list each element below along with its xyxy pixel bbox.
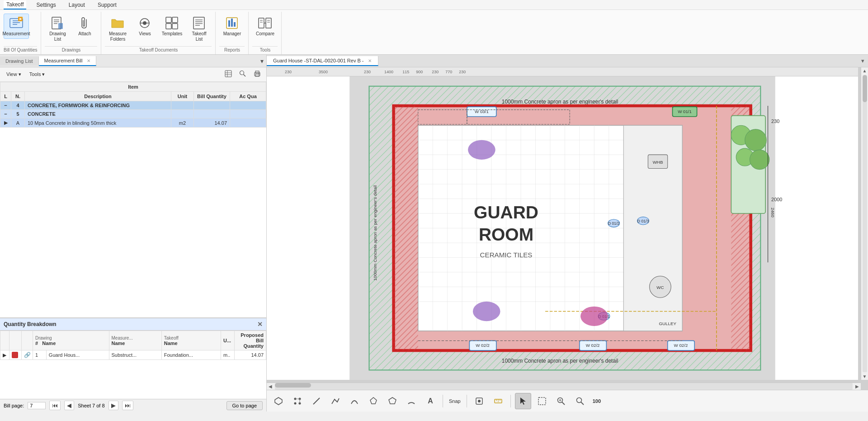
- ruler-dim-230c: 230: [432, 70, 439, 74]
- polygon-tool[interactable]: [365, 393, 382, 409]
- print-icon[interactable]: [252, 69, 263, 80]
- scroll-up-btn[interactable]: ▲: [861, 67, 868, 74]
- table-view-icon[interactable]: [223, 69, 234, 80]
- go-to-page-button[interactable]: Go to page: [226, 401, 263, 410]
- bill-page-input[interactable]: [28, 402, 46, 409]
- polyline-tool[interactable]: [327, 393, 344, 409]
- svg-marker-93: [389, 397, 396, 404]
- dim-2000-right: 2000: [771, 197, 782, 202]
- ribbon-btn-measurement[interactable]: Measurement: [4, 14, 29, 39]
- qty-row-expand[interactable]: ▶: [0, 350, 9, 360]
- bill-table: Item L N. Description Unit Bill Quantity…: [0, 82, 266, 128]
- window-W022-3-label: W 02/2: [674, 343, 688, 348]
- apron-text-top: 1000mm Concrete apron as per engineer's …: [502, 99, 618, 105]
- qty-table-row[interactable]: ▶ 🔗 1 Guard Hous... Substruct... Foundat…: [0, 350, 266, 360]
- table-row[interactable]: − 5 CONCRETE: [0, 110, 266, 118]
- nav-last[interactable]: ⏭: [122, 401, 133, 410]
- scroll-track-v: [863, 75, 867, 372]
- qty-breakdown-close[interactable]: ✕: [257, 321, 263, 328]
- svg-point-39: [240, 71, 244, 75]
- scroll-down-btn[interactable]: ▼: [861, 373, 868, 380]
- scrollbar-horizontal[interactable]: ◀ ▶: [267, 383, 861, 390]
- zoom-window-tool[interactable]: [572, 393, 588, 409]
- pointer-tool[interactable]: [515, 393, 531, 409]
- svg-rect-20: [193, 17, 204, 29]
- scroll-thumb-h[interactable]: [275, 383, 311, 388]
- search-icon[interactable]: [237, 69, 248, 80]
- guard-room-text: GUARD: [474, 203, 538, 222]
- scrollbar-vertical[interactable]: ▲ ▼: [861, 67, 868, 380]
- tab-drawing-list[interactable]: Drawing List: [0, 57, 39, 66]
- ribbon-group-label-drawings: Drawings: [45, 46, 97, 54]
- ruler-dim-115: 115: [402, 70, 409, 74]
- drawing-list-icon: [50, 16, 65, 30]
- ribbon-group-label-bill: Bill Of Quantities: [4, 46, 37, 54]
- ruler-dim-230: 230: [285, 70, 292, 74]
- scroll-thumb-v[interactable]: [863, 75, 867, 102]
- arc-tool[interactable]: [403, 393, 420, 409]
- row-bq: [194, 101, 230, 110]
- ruler-dim-230d: 230: [459, 70, 466, 74]
- table-row-item[interactable]: ▶ A 10 Mpa Concrete in blinding 50mm thi…: [0, 118, 266, 128]
- ribbon-btn-views[interactable]: Views: [132, 14, 157, 39]
- qty-col-icon2: [9, 331, 22, 350]
- nav-first[interactable]: ⏮: [49, 401, 61, 410]
- menu-support[interactable]: Support: [95, 1, 119, 9]
- svg-rect-35: [225, 71, 231, 77]
- qty-drawing-sub: # Name: [35, 341, 107, 346]
- bill-table-wrap: Item L N. Description Unit Bill Quantity…: [0, 82, 266, 317]
- svg-point-88: [294, 402, 297, 404]
- ribbon-btn-attach[interactable]: Attach: [72, 14, 97, 39]
- svg-line-40: [244, 75, 246, 77]
- polygon2-tool[interactable]: [384, 393, 401, 409]
- nav-prev[interactable]: ◀: [64, 401, 74, 410]
- row-aq: [230, 101, 266, 110]
- ribbon-btn-drawing-list[interactable]: DrawingList: [45, 14, 70, 44]
- table-row[interactable]: − 4 CONCRETE, FORMWORK & REINFORCING: [0, 101, 266, 110]
- text-tool[interactable]: A: [422, 393, 439, 409]
- qty-col-drawing: Drawing # Name: [33, 331, 109, 350]
- svg-rect-26: [228, 20, 230, 27]
- menu-settings[interactable]: Settings: [33, 1, 58, 9]
- ribbon-btn-templates[interactable]: Templates: [159, 14, 184, 39]
- select-rect-tool[interactable]: [534, 393, 550, 409]
- nodes-tool[interactable]: [289, 393, 306, 409]
- tools-btn[interactable]: Tools ▾: [27, 71, 48, 78]
- measure-tool[interactable]: [490, 393, 506, 409]
- row-expand[interactable]: ▶: [0, 118, 11, 128]
- sheet-info: Sheet 7 of 8: [78, 403, 104, 408]
- svg-rect-28: [234, 22, 236, 27]
- line-tool[interactable]: [308, 393, 325, 409]
- ribbon-btn-takeoff-list[interactable]: TakeoffList: [186, 14, 212, 44]
- ribbon-btn-manager[interactable]: Manager: [219, 14, 245, 39]
- curve-tool[interactable]: [346, 393, 363, 409]
- nav-next[interactable]: ▶: [108, 401, 118, 410]
- tab-measurement-bill-close[interactable]: ✕: [87, 58, 90, 63]
- select-polygon-tool[interactable]: [270, 393, 287, 409]
- snap-label: Snap: [447, 398, 462, 404]
- scroll-left-btn[interactable]: ◀: [267, 383, 274, 390]
- scroll-right-btn[interactable]: ▶: [854, 383, 861, 390]
- ribbon-group-tools: Compare Tools: [249, 12, 282, 54]
- menu-layout[interactable]: Layout: [66, 1, 88, 9]
- view-btn[interactable]: View ▾: [4, 71, 24, 78]
- snap-align-tool[interactable]: [471, 393, 487, 409]
- zoom-fit-tool[interactable]: [553, 393, 569, 409]
- drawing-tab-dropdown[interactable]: ▾: [861, 57, 864, 64]
- dim-2460-right: 2460: [770, 208, 775, 218]
- qty-breakdown-header: Quantity Breakdown ✕: [0, 318, 266, 331]
- ruler-dim-1400: 1400: [384, 70, 393, 74]
- tab-dropdown-btn[interactable]: ▾: [260, 57, 264, 65]
- ribbon-btn-measure-folders[interactable]: MeasureFolders: [105, 14, 130, 44]
- drawing-tab-close[interactable]: ✕: [368, 58, 372, 63]
- menu-takeoff[interactable]: Takeoff: [4, 0, 26, 9]
- bill-col-desc: Description: [25, 92, 171, 101]
- takeoff-list-icon: [192, 16, 206, 30]
- qty-col-icon: [0, 331, 9, 350]
- ceramic-tiles-text: CERAMIC TILES: [480, 251, 533, 259]
- ribbon-btn-compare[interactable]: Compare: [252, 14, 278, 39]
- drawing-tab-guard-house[interactable]: Guard House -ST-DAL-0020-001 Rev B - ✕: [267, 56, 378, 66]
- attach-icon: [77, 16, 92, 30]
- tab-measurement-bill[interactable]: Measurement Bill ✕: [39, 56, 96, 66]
- qty-row-takeoff: Foundation...: [161, 350, 221, 360]
